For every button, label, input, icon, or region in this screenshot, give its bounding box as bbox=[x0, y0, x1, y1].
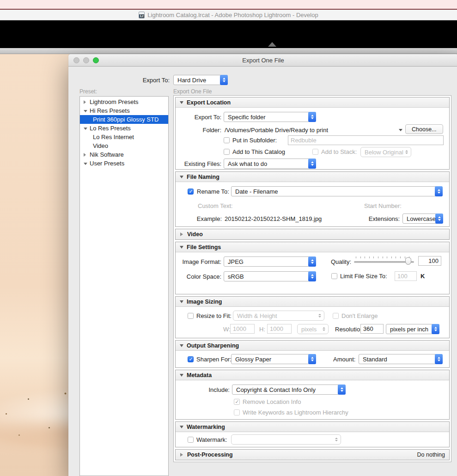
section-title: Post-Processing bbox=[187, 452, 233, 458]
existing-files-value: Ask what to do bbox=[224, 160, 308, 167]
rename-template-dropdown[interactable]: Date - Filename bbox=[231, 186, 443, 196]
preset-item[interactable]: Lo Res Presets bbox=[80, 124, 168, 133]
preset-item-label: Hi Res Presets bbox=[90, 107, 130, 114]
sharpen-for-dropdown[interactable]: Glossy Paper bbox=[231, 354, 316, 364]
traffic-light-zoom-button[interactable] bbox=[93, 57, 99, 63]
resolution-field[interactable]: 360 bbox=[360, 324, 384, 334]
limit-file-size-label: Limit File Size To: bbox=[340, 273, 387, 280]
preset-item-selected[interactable]: Print 360ppi Glossy STD bbox=[80, 115, 168, 124]
section-expand-icon bbox=[180, 453, 183, 457]
photo-specks bbox=[28, 398, 29, 400]
panel-collapse-arrow-icon[interactable] bbox=[268, 42, 276, 47]
stepper-icon bbox=[432, 324, 439, 334]
section-header-output-sharpening[interactable]: Output Sharpening bbox=[176, 341, 449, 351]
section-header-post-processing[interactable]: Post-Processing Do nothing bbox=[176, 450, 449, 460]
preset-item[interactable]: Nik Software bbox=[80, 150, 168, 159]
section-header-image-sizing[interactable]: Image Sizing bbox=[176, 297, 449, 307]
specific-folder-dropdown[interactable]: Specific folder bbox=[224, 112, 316, 122]
traffic-light-minimize-button[interactable] bbox=[83, 57, 89, 63]
section-collapse-icon bbox=[180, 246, 183, 249]
chevron-right-icon[interactable] bbox=[84, 153, 90, 157]
metadata-include-dropdown[interactable]: Copyright & Contact Info Only bbox=[232, 384, 346, 395]
image-format-label: Image Format: bbox=[176, 258, 221, 265]
stepper-icon bbox=[405, 150, 408, 154]
chevron-down-icon[interactable] bbox=[84, 127, 90, 130]
section-header-video[interactable]: Video bbox=[176, 229, 449, 239]
preset-item[interactable]: Hi Res Presets bbox=[80, 106, 168, 115]
width-field: 1000 bbox=[230, 324, 255, 334]
section-header-watermarking[interactable]: Watermarking bbox=[176, 422, 449, 432]
existing-files-dropdown[interactable]: Ask what to do bbox=[224, 159, 316, 169]
preset-item-label: Print 360ppi Glossy STD bbox=[93, 116, 158, 123]
sharpen-for-checkbox[interactable] bbox=[188, 356, 194, 362]
folder-popup-arrow-icon[interactable] bbox=[399, 129, 402, 131]
export-to-dropdown[interactable]: Hard Drive bbox=[173, 75, 228, 85]
preset-item-label: Video bbox=[93, 142, 108, 149]
preset-item[interactable]: Lightroom Presets bbox=[80, 98, 168, 106]
amount-dropdown[interactable]: Standard bbox=[359, 354, 443, 364]
resize-to-fit-checkbox[interactable] bbox=[188, 313, 194, 319]
preset-item[interactable]: Video bbox=[80, 141, 168, 150]
watermark-dropdown bbox=[231, 434, 341, 445]
preset-item-label: Nik Software bbox=[90, 151, 124, 158]
add-to-stack-dropdown: Below Original bbox=[360, 147, 411, 157]
export-settings-scroll-area[interactable]: Export Location Export To: Specific fold… bbox=[173, 95, 451, 462]
add-to-stack-label: Add to Stack: bbox=[321, 148, 357, 155]
section-title: Watermarking bbox=[187, 424, 225, 430]
chevron-down-icon[interactable] bbox=[84, 162, 90, 165]
add-to-catalog-checkbox[interactable] bbox=[224, 149, 230, 155]
section-file-naming: File Naming Rename To: Date - Filename C… bbox=[175, 171, 450, 227]
color-space-dropdown[interactable]: sRGB bbox=[224, 271, 316, 281]
put-in-subfolder-label: Put in Subfolder: bbox=[232, 137, 277, 144]
resolution-unit-dropdown[interactable]: pixels per inch bbox=[386, 324, 439, 334]
rename-to-checkbox[interactable] bbox=[188, 189, 194, 195]
image-format-value: JPEG bbox=[224, 258, 308, 265]
choose-button[interactable]: Choose... bbox=[405, 124, 443, 134]
resize-mode-dropdown: Width & Height bbox=[233, 311, 324, 321]
section-header-metadata[interactable]: Metadata bbox=[176, 370, 449, 380]
add-to-stack-checkbox bbox=[312, 149, 318, 155]
section-header-file-naming[interactable]: File Naming bbox=[176, 172, 449, 182]
chevron-right-icon[interactable] bbox=[84, 100, 90, 104]
extensions-value: Lowercase bbox=[403, 215, 435, 222]
quality-value-field[interactable]: 100 bbox=[418, 256, 441, 266]
traffic-light-close-button[interactable] bbox=[73, 57, 79, 63]
chevron-down-icon[interactable] bbox=[84, 110, 90, 112]
include-label: Include: bbox=[176, 386, 230, 393]
width-label: W: bbox=[223, 326, 231, 333]
color-space-label: Color Space: bbox=[176, 273, 221, 280]
size-unit-value: pixels bbox=[298, 326, 323, 333]
sharpen-for-label: Sharpen For: bbox=[196, 356, 232, 363]
stepper-icon bbox=[308, 159, 316, 169]
lightroom-workspace-band bbox=[0, 20, 457, 48]
watermark-checkbox[interactable] bbox=[188, 437, 194, 443]
stepper-icon bbox=[308, 271, 316, 281]
section-title: Export Location bbox=[187, 99, 231, 106]
preset-item[interactable]: Lo Res Internet bbox=[80, 133, 168, 141]
section-title: Metadata bbox=[187, 372, 212, 378]
limit-file-size-checkbox[interactable] bbox=[331, 273, 337, 279]
stepper-icon bbox=[435, 354, 443, 364]
stepper-icon bbox=[338, 384, 346, 395]
extensions-label: Extensions: bbox=[364, 215, 400, 222]
stepper-icon bbox=[335, 438, 338, 441]
subfolder-name-field[interactable]: Redbuble bbox=[288, 135, 444, 145]
preset-list[interactable]: Lightroom Presets Hi Res Presets Print 3… bbox=[79, 96, 169, 476]
section-header-file-settings[interactable]: File Settings bbox=[176, 242, 449, 252]
stepper-icon bbox=[323, 327, 325, 331]
image-format-dropdown[interactable]: JPEG bbox=[224, 256, 316, 267]
extensions-dropdown[interactable]: Lowercase bbox=[402, 214, 443, 224]
preset-item[interactable]: User Presets bbox=[80, 159, 168, 168]
section-image-sizing: Image Sizing Resize to Fit: Width & Heig… bbox=[175, 296, 450, 338]
section-header-export-location[interactable]: Export Location bbox=[176, 98, 449, 108]
section-expand-icon bbox=[180, 232, 183, 236]
dialog-title-bar[interactable]: Export One File bbox=[68, 54, 457, 67]
quality-slider-thumb[interactable] bbox=[405, 257, 411, 265]
example-label: Example: bbox=[176, 215, 222, 222]
height-field: 1000 bbox=[267, 324, 292, 334]
window-edge-strip bbox=[0, 48, 457, 54]
put-in-subfolder-checkbox[interactable] bbox=[224, 137, 230, 143]
custom-text-label: Custom Text: bbox=[198, 202, 233, 209]
start-number-label: Start Number: bbox=[364, 202, 402, 209]
remove-location-label: Remove Location Info bbox=[243, 398, 301, 405]
